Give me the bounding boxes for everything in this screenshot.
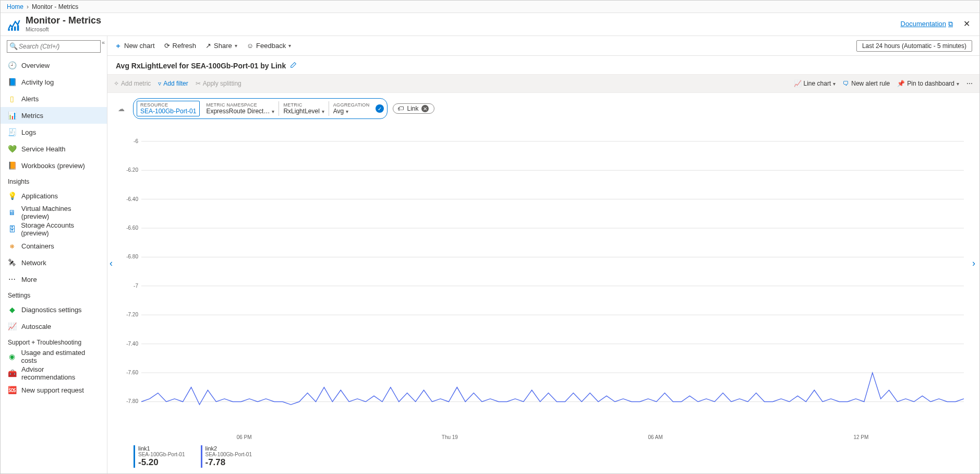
svg-text:Thu 19: Thu 19: [442, 434, 458, 440]
filter-icon: ▿: [158, 80, 161, 87]
sidebar-item-diagnostics[interactable]: ◆Diagnostics settings: [1, 301, 107, 318]
chevron-down-icon: ▾: [288, 43, 291, 49]
breadcrumb-current: Monitor - Metrics: [32, 3, 78, 10]
next-chart-button[interactable]: ›: [969, 255, 978, 272]
metric-config-bar: ✧Add metric ▿Add filter ✂Apply splitting…: [107, 74, 979, 93]
sidebar-item-label: Diagnostics settings: [21, 306, 82, 314]
prev-chart-button[interactable]: ‹: [106, 255, 116, 272]
sidebar-item-autoscale[interactable]: 📈Autoscale: [1, 318, 107, 335]
overview-icon: 🕘: [8, 61, 16, 69]
svg-rect-0: [8, 29, 10, 31]
sidebar-item-containers[interactable]: ⎈Containers: [1, 238, 107, 254]
share-icon: ↗: [205, 42, 211, 50]
share-button[interactable]: ↗Share▾: [205, 42, 237, 50]
logs-icon: 🧾: [8, 128, 16, 136]
sidebar-item-logs[interactable]: 🧾Logs: [1, 124, 107, 140]
svg-text:-6: -6: [134, 138, 138, 144]
sidebar-item-storage[interactable]: 🗄Storage Accounts (preview): [1, 221, 107, 238]
svg-rect-1: [11, 28, 13, 31]
storage-icon: 🗄: [8, 225, 16, 233]
add-metric-button[interactable]: ✧Add metric: [114, 80, 151, 87]
feedback-button[interactable]: ☺Feedback▾: [247, 42, 291, 50]
sidebar-item-label: Autoscale: [21, 323, 51, 330]
applications-icon: 💡: [8, 192, 16, 200]
sidebar-item-vms[interactable]: 🖥Virtual Machines (preview): [1, 204, 107, 221]
svg-text:06 AM: 06 AM: [648, 434, 662, 440]
external-link-icon: ⧉: [948, 20, 953, 28]
containers-icon: ⎈: [8, 242, 16, 250]
add-filter-button[interactable]: ▿Add filter: [158, 80, 188, 87]
documentation-link[interactable]: Documentation ⧉: [901, 20, 953, 28]
sidebar-item-alerts[interactable]: ▯Alerts: [1, 90, 107, 107]
resource-type-icon: ☁: [118, 105, 125, 113]
sidebar-item-label: Overview: [21, 62, 50, 69]
search-icon: 🔍: [9, 42, 18, 50]
activity-log-icon: 📘: [8, 78, 16, 86]
page-header: Monitor - Metrics Microsoft Documentatio…: [1, 13, 979, 36]
new-alert-rule-button[interactable]: 🗨New alert rule: [843, 80, 890, 87]
legend-value: -5.20: [138, 457, 185, 468]
breadcrumb: Home › Monitor - Metrics: [1, 1, 979, 13]
legend-resource: SEA-100Gb-Port-01: [138, 452, 185, 457]
metrics-icon: 📊: [8, 111, 16, 120]
sidebar-search-input[interactable]: [7, 40, 101, 53]
sidebar-item-label: Workbooks (preview): [21, 162, 85, 170]
breadcrumb-home[interactable]: Home: [7, 3, 23, 10]
metric-valid-icon: ✓: [376, 104, 384, 113]
sidebar-item-label: Activity log: [21, 78, 54, 86]
sidebar-item-usage[interactable]: ◉Usage and estimated costs: [1, 348, 107, 365]
resource-dropdown[interactable]: RESOURCE SEA-100Gb-Port-01: [137, 101, 200, 116]
close-blade-button[interactable]: ✕: [960, 18, 973, 30]
aggregation-dropdown[interactable]: AGGREGATION Avg▾: [329, 102, 374, 115]
alerts-icon: ▯: [8, 94, 16, 103]
sidebar-item-advisor[interactable]: 🧰Advisor recommendations: [1, 365, 107, 382]
more-options-button[interactable]: ⋯: [966, 80, 973, 87]
tag-icon: 🏷: [397, 105, 404, 112]
filter-tag-link[interactable]: 🏷 Link ✕: [393, 103, 434, 114]
metric-dropdown[interactable]: METRIC RxLightLevel▾: [279, 102, 328, 115]
sidebar-item-network[interactable]: 🛰Network: [1, 254, 107, 271]
metrics-chart[interactable]: -6-6.20-6.40-6.60-6.80-7-7.20-7.40-7.60-…: [118, 124, 969, 442]
svg-text:-7.80: -7.80: [126, 398, 138, 404]
sidebar-item-metrics[interactable]: 📊Metrics: [1, 107, 107, 124]
sidebar-item-workbooks[interactable]: 📙Workbooks (preview): [1, 157, 107, 174]
svg-rect-3: [17, 25, 19, 31]
main-content: ‹ › ＋New chart ⟳Refresh ↗Share▾ ☺Feedbac…: [107, 36, 979, 473]
network-icon: 🛰: [8, 258, 16, 267]
sidebar-item-label: New support request: [21, 386, 84, 394]
namespace-dropdown[interactable]: METRIC NAMESPACE ExpressRoute Direct…▾: [202, 102, 279, 115]
support-icon: 🆘: [8, 386, 16, 394]
collapse-sidebar-button[interactable]: «: [102, 39, 105, 45]
sidebar-item-more[interactable]: ⋯More: [1, 271, 107, 288]
sidebar-item-label: Applications: [21, 192, 58, 200]
new-chart-button[interactable]: ＋New chart: [115, 41, 155, 51]
edit-title-button[interactable]: [290, 61, 297, 70]
split-icon: ✂: [196, 80, 201, 87]
sidebar-item-support[interactable]: 🆘New support request: [1, 382, 107, 398]
chevron-down-icon: ▾: [235, 43, 237, 49]
pin-icon: 📌: [897, 80, 905, 87]
pin-to-dashboard-button[interactable]: 📌Pin to dashboard▾: [897, 80, 959, 87]
svg-text:-6.80: -6.80: [126, 254, 138, 259]
svg-text:-7: -7: [134, 283, 138, 289]
svg-text:-6.40: -6.40: [126, 196, 138, 202]
svg-text:-6.20: -6.20: [126, 167, 138, 173]
sidebar: « 🔍 🕘Overview📘Activity log▯Alerts📊Metric…: [1, 36, 107, 473]
legend-item[interactable]: link2SEA-100Gb-Port-01-7.78: [201, 445, 252, 468]
sidebar-item-label: Network: [21, 259, 46, 267]
time-range-picker[interactable]: Last 24 hours (Automatic - 5 minutes): [856, 40, 972, 52]
remove-filter-button[interactable]: ✕: [421, 105, 429, 112]
chart-legend: link1SEA-100Gb-Port-01-5.20link2SEA-100G…: [118, 442, 969, 470]
chart-type-dropdown[interactable]: 📈Line chart▾: [794, 80, 836, 87]
sidebar-item-service-health[interactable]: 💚Service Health: [1, 140, 107, 157]
plus-icon: ＋: [115, 41, 122, 51]
chart-title: Avg RxLightLevel for SEA-100Gb-Port-01 b…: [116, 62, 286, 70]
sidebar-item-label: Alerts: [21, 95, 39, 103]
sidebar-item-activity-log[interactable]: 📘Activity log: [1, 74, 107, 90]
refresh-button[interactable]: ⟳Refresh: [164, 42, 197, 50]
sidebar-item-overview[interactable]: 🕘Overview: [1, 57, 107, 74]
sidebar-group-header: Support + Troubleshooting: [1, 335, 107, 348]
apply-splitting-button[interactable]: ✂Apply splitting: [196, 80, 241, 87]
sidebar-item-applications[interactable]: 💡Applications: [1, 187, 107, 204]
legend-item[interactable]: link1SEA-100Gb-Port-01-5.20: [134, 445, 185, 468]
